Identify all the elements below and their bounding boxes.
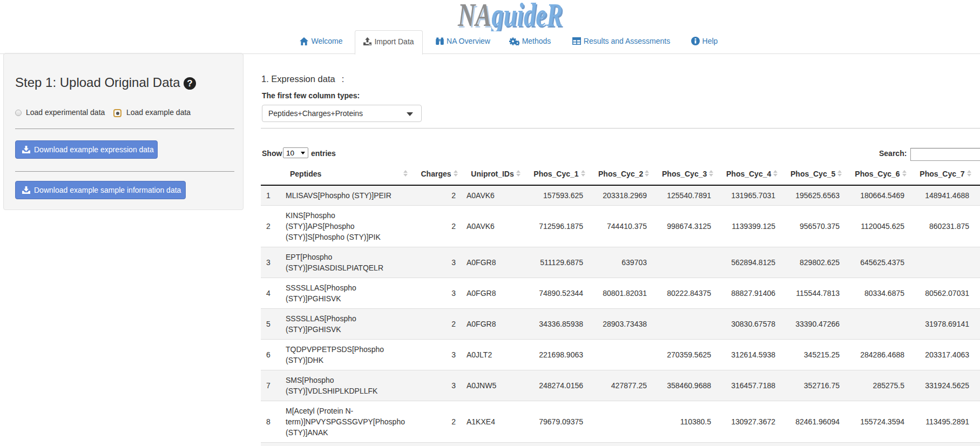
svg-text:NAguideR: NAguideR xyxy=(457,0,563,31)
svg-text:?: ? xyxy=(187,78,192,89)
